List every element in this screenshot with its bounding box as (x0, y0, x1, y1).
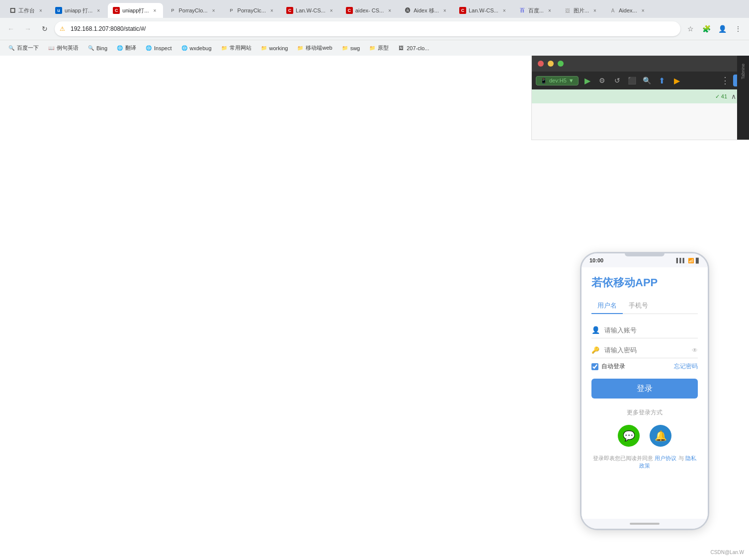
login-tab-phone[interactable]: 手机号 (623, 298, 654, 314)
tab-porrayclo2[interactable]: P PorrayClc... × (223, 3, 280, 18)
ide-maximize-btn[interactable] (558, 61, 564, 67)
login-button[interactable]: 登录 (591, 379, 698, 399)
refresh-button[interactable]: ↻ (38, 22, 52, 36)
tab-close-12[interactable]: × (640, 7, 647, 14)
status-up-btn[interactable]: ∧ (731, 92, 736, 100)
tab-uniapp1[interactable]: u uniapp 打... × (50, 3, 107, 18)
bookmark-baidu[interactable]: 🔍 百度一下 (4, 42, 43, 54)
ide-compile-btn[interactable]: ⚙ (596, 75, 608, 86)
tab-close-3[interactable]: × (151, 7, 158, 14)
signal-icon: ▌▌▌ (676, 258, 686, 263)
tab-lanw[interactable]: C Lan.W-CS... × (281, 3, 340, 18)
ide-stop-btn[interactable]: ⬛ (626, 75, 638, 86)
ide-minimize-btn[interactable] (548, 61, 554, 67)
bookmark-label-translate: 翻译 (125, 44, 136, 52)
tab-close-9[interactable]: × (501, 7, 508, 14)
wifi-icon: 📶 (688, 258, 694, 263)
bookmark-inspect[interactable]: 🌐 Inspect (141, 43, 175, 54)
extensions-button[interactable]: 🧩 (699, 22, 713, 36)
auto-login-label: 自动登录 (601, 362, 625, 371)
tab-close-8[interactable]: × (441, 7, 448, 14)
device-selector[interactable]: 📱 dev:H5 ▼ (536, 76, 579, 85)
tab-close-1[interactable]: × (37, 7, 44, 14)
forgot-password-link[interactable]: 忘记密码 (674, 362, 698, 371)
social-icons: 💬 🔔 (591, 425, 698, 447)
tab-aidex3[interactable]: A Aidex... × (604, 3, 652, 18)
tab-close-5[interactable]: × (268, 7, 275, 14)
tabnine-label: Tabnine (741, 64, 746, 80)
phone-status-icons: ▌▌▌ 📶 ▊ (676, 258, 700, 263)
forward-button[interactable]: → (21, 22, 35, 36)
main-content: 📱 dev:H5 ▼ ▶ ⚙ ↺ ⬛ 🔍 ⬆ ▶ ⋮ T ✓ 41 ∧ ∨ (0, 56, 749, 560)
bookmark-label-baidu: 百度一下 (17, 44, 39, 52)
ide-menu-btn[interactable]: ⋮ (719, 75, 731, 86)
tab-close-11[interactable]: × (591, 7, 598, 14)
device-icon: 📱 (540, 78, 547, 84)
ide-close-btn[interactable] (538, 61, 544, 67)
username-input[interactable] (604, 326, 698, 334)
tab-label-6: Lan.W-CS... (296, 7, 326, 13)
wechat-icon: 💬 (623, 430, 635, 442)
bookmark-mobile-web[interactable]: 📁 移动端web (293, 42, 336, 54)
tab-uniapp2[interactable]: C uniapp打... × (108, 3, 163, 18)
tab-close-6[interactable]: × (328, 7, 335, 14)
tab-label-9: Lan.W-CS... (469, 7, 499, 13)
tab-label-8: Aidex 移... (414, 7, 439, 14)
tab-close-4[interactable]: × (210, 7, 217, 14)
bookmark-label-bing: Bing (96, 45, 107, 51)
user-agreement-link[interactable]: 用户协议 (655, 455, 676, 461)
auto-login-checkbox[interactable] (591, 363, 598, 370)
bookmark-icon-liju: 📖 (48, 45, 55, 52)
tab-close-10[interactable]: × (546, 7, 553, 14)
menu-button[interactable]: ⋮ (731, 22, 745, 36)
password-input[interactable] (604, 346, 688, 354)
ide-run-btn[interactable]: ▶ (582, 75, 593, 86)
bookmark-yuanxing[interactable]: 📁 原型 (365, 42, 393, 54)
tab-favicon-12: A (609, 7, 616, 14)
tab-gongzuotai[interactable]: 🔲 工作台 × (4, 3, 49, 18)
back-button[interactable]: ← (4, 22, 18, 36)
tab-favicon-2: u (55, 7, 62, 14)
bookmark-changyon[interactable]: 📁 常用网站 (217, 42, 255, 54)
bookmark-working[interactable]: 📁 working (256, 43, 292, 54)
tab-lanw2[interactable]: C Lan.W-CS... × (454, 3, 513, 18)
bookmark-lijuenglish[interactable]: 📖 例句英语 (44, 42, 83, 54)
bookmark-207[interactable]: 🖼 207-clo... (394, 43, 433, 54)
tab-aidex2[interactable]: 🅐 Aidex 移... × (399, 3, 453, 18)
tab-favicon-3: C (113, 7, 120, 14)
ide-search-btn[interactable]: 🔍 (641, 75, 653, 86)
bookmark-icon-working: 📁 (260, 45, 267, 52)
battery-icon: ▊ (696, 258, 700, 263)
bookmark-label-wxdebug: wxdebug (190, 45, 212, 51)
browser-window: 🔲 工作台 × u uniapp 打... × C uniapp打... × P… (0, 0, 749, 56)
bookmark-button[interactable]: ☆ (683, 22, 697, 36)
tab-baidu[interactable]: 百 百度... × (514, 3, 558, 18)
bookmark-label-liju: 例句英语 (57, 44, 79, 52)
ide-upload-btn[interactable]: ⬆ (656, 75, 668, 86)
address-input[interactable] (55, 21, 680, 36)
bookmark-translate[interactable]: 🌐 翻译 (112, 42, 140, 54)
tab-bar: 🔲 工作台 × u uniapp 打... × C uniapp打... × P… (0, 0, 749, 18)
bookmark-wxdebug[interactable]: 🌐 wxdebug (177, 43, 216, 54)
wechat-login-btn[interactable]: 💬 (618, 425, 640, 447)
ide-run2-btn[interactable]: ▶ (671, 75, 683, 86)
bookmark-icon-mobile: 📁 (297, 45, 304, 52)
tab-img[interactable]: 🖼 图片... × (559, 3, 603, 18)
tab-close-2[interactable]: × (95, 7, 102, 14)
profile-button[interactable]: 👤 (715, 22, 729, 36)
login-tabs: 用户名 手机号 (591, 298, 698, 314)
tab-porrayclo1[interactable]: P PorrayClo... × (164, 3, 222, 18)
bookmark-swg[interactable]: 📁 swg (337, 43, 364, 54)
ide-title-bar (532, 56, 749, 72)
ide-restart-btn[interactable]: ↺ (611, 75, 623, 86)
tab-favicon-7: C (346, 7, 353, 14)
tab-aidex1[interactable]: C aidex- CS... × (341, 3, 398, 18)
login-tab-username[interactable]: 用户名 (591, 298, 623, 314)
watermark: CSDN@Lan.W (711, 550, 744, 555)
tab-close-7[interactable]: × (386, 7, 393, 14)
bookmark-label-swg: swg (350, 45, 360, 51)
phone-notch (625, 253, 665, 256)
bookmark-bing[interactable]: 🔍 Bing (83, 43, 111, 54)
notification-login-btn[interactable]: 🔔 (650, 425, 671, 447)
auto-login-row: 自动登录 忘记密码 (591, 362, 698, 371)
